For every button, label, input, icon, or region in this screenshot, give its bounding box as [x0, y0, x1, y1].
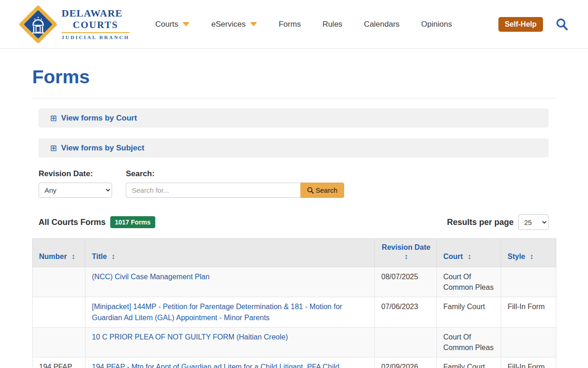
accordion-label: View forms by Subject [61, 144, 144, 153]
search-icon [307, 187, 314, 194]
style-cell [501, 267, 556, 297]
search-button-label: Search [316, 186, 338, 194]
form-link[interactable]: (NCC) Civil Case Management Plan [92, 273, 209, 281]
form-link[interactable]: 194 PFAP - Mtn for Appt of Guardian ad L… [92, 363, 339, 368]
title-divider [32, 98, 556, 98]
form-count-badge: 1017 Forms [110, 216, 155, 228]
expand-plus-icon: ⊞ [50, 144, 57, 152]
number-cell [33, 297, 85, 327]
revision-date-cell: 08/07/2025 [375, 267, 437, 297]
revision-date-label: Revision Date: [39, 169, 112, 178]
number-cell [33, 327, 85, 357]
header-right: Self-Help [498, 17, 569, 32]
table-row: 194 PFAP 194 PFAP - Mtn for Appt of Guar… [33, 357, 556, 368]
revision-date-cell: 02/09/2026 [375, 357, 437, 368]
search-input[interactable] [126, 183, 300, 198]
chevron-down-icon [182, 22, 190, 26]
nav-label: Opinions [421, 20, 452, 29]
sort-icon: ↕ [71, 253, 75, 260]
column-label: Number [39, 253, 67, 260]
site-logo[interactable]: DELAWARE COURTS JUDICIAL BRANCH [18, 5, 130, 44]
nav-item-forms[interactable]: Forms [279, 20, 301, 29]
search-label: Search: [126, 169, 344, 178]
table-row: 10 C PRIOR PLEA OF NOT GUILTY FORM (Hait… [33, 327, 556, 357]
chevron-down-icon [250, 22, 257, 26]
revision-date-cell: 07/06/2023 [375, 297, 437, 327]
logo-divider [62, 32, 130, 33]
search-icon[interactable] [555, 17, 569, 31]
nav-label: Rules [322, 20, 342, 29]
form-link[interactable]: 10 C PRIOR PLEA OF NOT GUILTY FORM (Hait… [92, 333, 288, 341]
column-label: Revision Date [382, 243, 430, 251]
expand-plus-icon: ⊞ [50, 114, 57, 122]
forms-table: Number↕ Title↕ Revision Date↕ Court↕ Sty… [32, 238, 556, 368]
accordion-view-forms-by-court[interactable]: ⊞ View forms by Court [39, 109, 548, 127]
table-row: (NCC) Civil Case Management Plan 08/07/2… [33, 267, 556, 297]
nav-label: Courts [155, 20, 178, 29]
site-header: DELAWARE COURTS JUDICIAL BRANCH Courts e… [0, 0, 588, 49]
page-title: Forms [32, 66, 556, 88]
column-header-title[interactable]: Title↕ [85, 239, 375, 267]
style-cell: Fill-In Form [501, 357, 556, 368]
style-cell [501, 327, 556, 357]
logo-line-courts: COURTS [62, 20, 130, 30]
column-label: Court [443, 253, 463, 260]
nav-label: Forms [279, 20, 301, 29]
revision-date-cell [375, 327, 437, 357]
sort-icon: ↕ [468, 253, 471, 260]
search-filter: Search: Search [126, 169, 344, 198]
number-cell [33, 267, 85, 297]
accordion-label: View forms by Court [61, 114, 137, 123]
court-cell: Family Court [437, 357, 501, 368]
title-cell: [Minipacket] 144MP - Petition for Parent… [85, 297, 375, 327]
nav-item-courts[interactable]: Courts [155, 20, 190, 29]
revision-date-select[interactable]: Any [39, 183, 112, 198]
logo-text: DELAWARE COURTS JUDICIAL BRANCH [62, 8, 130, 40]
logo-line-delaware: DELAWARE [62, 8, 130, 18]
nav-item-opinions[interactable]: Opinions [421, 20, 452, 29]
style-cell: Fill-In Form [501, 297, 556, 327]
title-cell: 10 C PRIOR PLEA OF NOT GUILTY FORM (Hait… [85, 327, 375, 357]
nav-label: eServices [211, 20, 246, 29]
main-nav: Courts eServices Forms Rules Calendars O… [155, 20, 452, 29]
court-cell: Court Of Common Pleas [437, 267, 501, 297]
column-header-style[interactable]: Style↕ [501, 239, 556, 267]
per-page-select[interactable]: 25 [518, 214, 548, 230]
court-cell: Family Court [437, 297, 501, 327]
table-row: [Minipacket] 144MP - Petition for Parent… [33, 297, 556, 327]
sort-icon: ↕ [112, 253, 115, 260]
per-page-label: Results per page [447, 218, 514, 227]
court-cell: Court Of Common Pleas [437, 327, 501, 357]
self-help-button[interactable]: Self-Help [498, 17, 543, 32]
table-header-row: Number↕ Title↕ Revision Date↕ Court↕ Sty… [33, 239, 556, 267]
results-heading: All Courts Forms [39, 218, 106, 227]
results-per-page: Results per page 25 [447, 214, 548, 230]
sort-icon: ↕ [530, 253, 533, 260]
title-cell: 194 PFAP - Mtn for Appt of Guardian ad L… [85, 357, 375, 368]
logo-line-judicial-branch: JUDICIAL BRANCH [62, 35, 130, 40]
nav-item-rules[interactable]: Rules [322, 20, 342, 29]
nav-item-eservices[interactable]: eServices [211, 20, 257, 29]
nav-item-calendars[interactable]: Calendars [364, 20, 400, 29]
accordion-view-forms-by-subject[interactable]: ⊞ View forms by Subject [39, 138, 548, 157]
column-header-number[interactable]: Number↕ [33, 239, 85, 267]
page-content: Forms ⊞ View forms by Court ⊞ View forms… [32, 66, 556, 368]
column-header-revision-date[interactable]: Revision Date↕ [375, 239, 437, 267]
search-button[interactable]: Search [300, 183, 344, 198]
filter-bar: Revision Date: Any Search: Search [39, 169, 556, 198]
nav-label: Calendars [364, 20, 400, 29]
courthouse-icon [18, 5, 58, 44]
revision-date-filter: Revision Date: Any [39, 169, 112, 198]
title-cell: (NCC) Civil Case Management Plan [85, 267, 375, 297]
sort-icon: ↕ [381, 253, 431, 261]
number-cell: 194 PFAP [33, 357, 85, 368]
column-header-court[interactable]: Court↕ [437, 239, 501, 267]
results-bar: All Courts Forms 1017 Forms Results per … [39, 214, 548, 230]
column-label: Style [508, 253, 525, 260]
form-link[interactable]: [Minipacket] 144MP - Petition for Parent… [92, 303, 342, 321]
column-label: Title [92, 253, 107, 260]
